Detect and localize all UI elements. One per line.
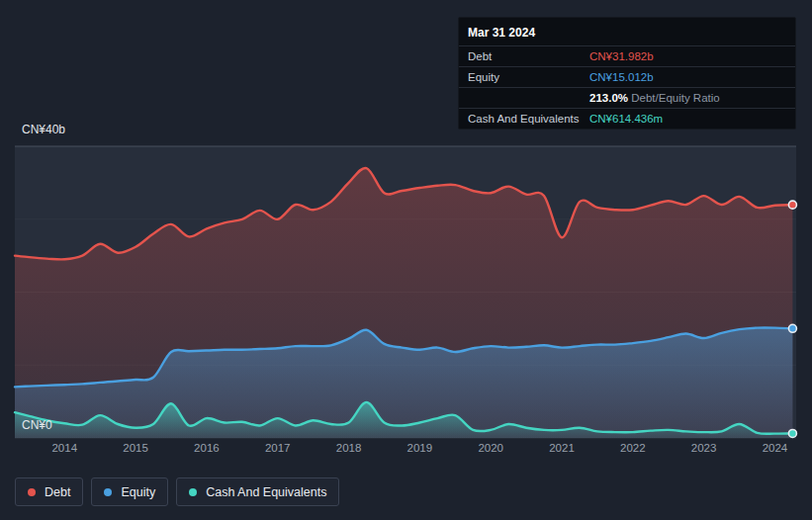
plot-area[interactable] (15, 146, 796, 438)
tooltip-equity-value: CN¥15.012b (589, 71, 786, 83)
x-tick-2016: 2016 (194, 442, 220, 454)
y-axis-zero-label: CN¥0 (22, 418, 52, 432)
tooltip-debt-label: Debt (468, 50, 589, 62)
legend-item-cash[interactable]: Cash And Equivalents (176, 477, 339, 506)
x-tick-2019: 2019 (407, 442, 433, 454)
tooltip-cash-label: Cash And Equivalents (468, 113, 589, 125)
chart-tooltip: Mar 31 2024 Debt CN¥31.982b Equity CN¥15… (458, 17, 796, 130)
x-tick-2024: 2024 (763, 442, 788, 454)
equity-legend-dot (104, 488, 112, 496)
equity-end-marker[interactable] (788, 324, 796, 332)
tooltip-date: Mar 31 2024 (459, 18, 795, 45)
x-axis: 2014201520162017201820192020202120222023… (0, 442, 812, 458)
tooltip-equity-row: Equity CN¥15.012b (459, 66, 795, 87)
legend-item-equity[interactable]: Equity (91, 477, 168, 506)
cash-legend-dot (189, 488, 197, 496)
cash-legend-label: Cash And Equivalents (206, 485, 326, 499)
legend: Debt Equity Cash And Equivalents (15, 477, 339, 506)
x-tick-2017: 2017 (265, 442, 291, 454)
x-tick-2014: 2014 (51, 442, 77, 454)
equity-legend-label: Equity (121, 485, 155, 499)
x-tick-2021: 2021 (549, 442, 575, 454)
cash-and-equivalents-end-marker[interactable] (788, 429, 796, 437)
debt-legend-dot (28, 488, 36, 496)
debt-equity-history-chart: CN¥40b CN¥0 2014201520162017201820192020… (0, 0, 812, 520)
legend-item-debt[interactable]: Debt (15, 477, 83, 506)
debt-end-marker[interactable] (788, 201, 796, 209)
tooltip-cash-value: CN¥614.436m (589, 113, 786, 125)
x-tick-2020: 2020 (478, 442, 503, 454)
tooltip-cash-row: Cash And Equivalents CN¥614.436m (459, 108, 795, 129)
x-tick-2015: 2015 (123, 442, 148, 454)
tooltip-ratio-label: Debt/Equity Ratio (631, 92, 720, 104)
x-tick-2018: 2018 (336, 442, 362, 454)
x-tick-2022: 2022 (620, 442, 646, 454)
y-axis-max-label: CN¥40b (22, 123, 65, 136)
debt-legend-label: Debt (45, 485, 70, 499)
tooltip-debt-value: CN¥31.982b (589, 50, 786, 62)
chart-svg (15, 146, 796, 438)
tooltip-ratio-value: 213.0% Debt/Equity Ratio (589, 92, 786, 104)
tooltip-equity-label: Equity (468, 71, 589, 83)
tooltip-debt-row: Debt CN¥31.982b (459, 45, 795, 66)
x-tick-2023: 2023 (691, 442, 717, 454)
tooltip-ratio-row: 213.0% Debt/Equity Ratio (459, 87, 795, 108)
